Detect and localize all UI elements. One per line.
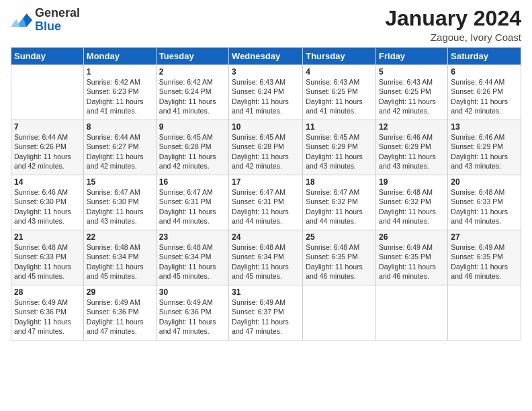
day-info: Sunrise: 6:49 AMSunset: 6:36 PMDaylight:…: [14, 298, 81, 336]
logo-blue: Blue: [35, 20, 80, 34]
day-info: Sunrise: 6:44 AMSunset: 6:26 PMDaylight:…: [14, 132, 81, 171]
calendar-cell: 17Sunrise: 6:47 AMSunset: 6:31 PMDayligh…: [229, 175, 303, 230]
day-info: Sunrise: 6:48 AMSunset: 6:34 PMDaylight:…: [159, 242, 226, 281]
calendar-cell: [11, 65, 84, 120]
day-number: 28: [14, 287, 81, 297]
day-info: Sunrise: 6:43 AMSunset: 6:24 PMDaylight:…: [232, 77, 300, 116]
col-sunday: Sunday: [11, 48, 84, 65]
day-info: Sunrise: 6:48 AMSunset: 6:35 PMDaylight:…: [306, 242, 373, 281]
calendar-cell: 31Sunrise: 6:49 AMSunset: 6:37 PMDayligh…: [229, 285, 303, 340]
calendar-cell: 15Sunrise: 6:47 AMSunset: 6:30 PMDayligh…: [83, 175, 156, 230]
day-info: Sunrise: 6:45 AMSunset: 6:28 PMDaylight:…: [232, 132, 300, 171]
calendar-cell: 13Sunrise: 6:46 AMSunset: 6:29 PMDayligh…: [448, 120, 521, 175]
location: Zagoue, Ivory Coast: [385, 32, 521, 43]
day-info: Sunrise: 6:44 AMSunset: 6:27 PMDaylight:…: [87, 132, 153, 171]
day-number: 15: [87, 177, 153, 187]
day-number: 27: [451, 232, 518, 242]
day-number: 12: [379, 122, 445, 132]
calendar-cell: 11Sunrise: 6:45 AMSunset: 6:29 PMDayligh…: [303, 120, 376, 175]
calendar-cell: 1Sunrise: 6:42 AMSunset: 6:23 PMDaylight…: [83, 65, 156, 120]
calendar-cell: 27Sunrise: 6:49 AMSunset: 6:35 PMDayligh…: [448, 230, 521, 285]
day-number: 17: [232, 177, 300, 187]
day-info: Sunrise: 6:46 AMSunset: 6:29 PMDaylight:…: [379, 132, 445, 171]
day-info: Sunrise: 6:49 AMSunset: 6:36 PMDaylight:…: [87, 298, 153, 336]
calendar-cell: 26Sunrise: 6:49 AMSunset: 6:35 PMDayligh…: [376, 230, 448, 285]
col-monday: Monday: [83, 48, 156, 65]
calendar-cell: 12Sunrise: 6:46 AMSunset: 6:29 PMDayligh…: [376, 120, 448, 175]
calendar-cell: 14Sunrise: 6:46 AMSunset: 6:30 PMDayligh…: [11, 175, 84, 230]
svg-marker-2: [11, 19, 19, 27]
day-number: 6: [451, 67, 518, 77]
calendar-week-5: 28Sunrise: 6:49 AMSunset: 6:36 PMDayligh…: [11, 285, 521, 340]
day-number: 26: [379, 232, 445, 242]
calendar-cell: 9Sunrise: 6:45 AMSunset: 6:28 PMDaylight…: [156, 120, 228, 175]
day-number: 31: [232, 287, 300, 297]
day-number: 10: [232, 122, 300, 132]
day-info: Sunrise: 6:45 AMSunset: 6:28 PMDaylight:…: [159, 132, 226, 171]
calendar-cell: [376, 285, 448, 340]
day-info: Sunrise: 6:44 AMSunset: 6:26 PMDaylight:…: [451, 77, 518, 116]
calendar-cell: 30Sunrise: 6:49 AMSunset: 6:36 PMDayligh…: [156, 285, 228, 340]
day-number: 30: [159, 287, 226, 297]
day-number: 19: [379, 177, 445, 187]
calendar-cell: 24Sunrise: 6:48 AMSunset: 6:34 PMDayligh…: [229, 230, 303, 285]
calendar-cell: 7Sunrise: 6:44 AMSunset: 6:26 PMDaylight…: [11, 120, 84, 175]
day-number: 8: [87, 122, 153, 132]
day-number: 9: [159, 122, 226, 132]
day-info: Sunrise: 6:45 AMSunset: 6:29 PMDaylight:…: [306, 132, 373, 171]
day-number: 1: [87, 67, 153, 77]
day-number: 4: [306, 67, 373, 77]
day-info: Sunrise: 6:49 AMSunset: 6:37 PMDaylight:…: [232, 298, 300, 336]
page: General Blue January 2024 Zagoue, Ivory …: [0, 0, 532, 411]
calendar-cell: 25Sunrise: 6:48 AMSunset: 6:35 PMDayligh…: [303, 230, 376, 285]
header: General Blue January 2024 Zagoue, Ivory …: [11, 7, 521, 43]
col-friday: Friday: [376, 48, 448, 65]
calendar-cell: 19Sunrise: 6:48 AMSunset: 6:32 PMDayligh…: [376, 175, 448, 230]
calendar-cell: 8Sunrise: 6:44 AMSunset: 6:27 PMDaylight…: [83, 120, 156, 175]
calendar-cell: 10Sunrise: 6:45 AMSunset: 6:28 PMDayligh…: [229, 120, 303, 175]
calendar-table: Sunday Monday Tuesday Wednesday Thursday…: [11, 47, 521, 340]
calendar-cell: 28Sunrise: 6:49 AMSunset: 6:36 PMDayligh…: [11, 285, 84, 340]
day-number: 23: [159, 232, 226, 242]
calendar-cell: 3Sunrise: 6:43 AMSunset: 6:24 PMDaylight…: [229, 65, 303, 120]
calendar-cell: 20Sunrise: 6:48 AMSunset: 6:33 PMDayligh…: [448, 175, 521, 230]
day-number: 18: [306, 177, 373, 187]
calendar-cell: 2Sunrise: 6:42 AMSunset: 6:24 PMDaylight…: [156, 65, 228, 120]
day-number: 22: [87, 232, 153, 242]
logo-general: General: [35, 7, 80, 20]
day-number: 29: [87, 287, 153, 297]
day-number: 24: [232, 232, 300, 242]
logo-icon: [11, 11, 32, 30]
day-number: 2: [159, 67, 226, 77]
day-number: 25: [306, 232, 373, 242]
title-block: January 2024 Zagoue, Ivory Coast: [385, 7, 521, 43]
day-info: Sunrise: 6:49 AMSunset: 6:36 PMDaylight:…: [159, 298, 226, 336]
day-info: Sunrise: 6:48 AMSunset: 6:32 PMDaylight:…: [379, 187, 445, 226]
calendar-cell: 23Sunrise: 6:48 AMSunset: 6:34 PMDayligh…: [156, 230, 228, 285]
calendar-header-row: Sunday Monday Tuesday Wednesday Thursday…: [11, 48, 521, 65]
day-info: Sunrise: 6:46 AMSunset: 6:30 PMDaylight:…: [14, 187, 81, 226]
calendar-week-4: 21Sunrise: 6:48 AMSunset: 6:33 PMDayligh…: [11, 230, 521, 285]
calendar-cell: [448, 285, 521, 340]
day-number: 3: [232, 67, 300, 77]
calendar-week-1: 1Sunrise: 6:42 AMSunset: 6:23 PMDaylight…: [11, 65, 521, 120]
day-info: Sunrise: 6:47 AMSunset: 6:31 PMDaylight:…: [159, 187, 226, 226]
day-info: Sunrise: 6:49 AMSunset: 6:35 PMDaylight:…: [379, 242, 445, 281]
day-number: 21: [14, 232, 81, 242]
calendar-week-3: 14Sunrise: 6:46 AMSunset: 6:30 PMDayligh…: [11, 175, 521, 230]
day-info: Sunrise: 6:47 AMSunset: 6:32 PMDaylight:…: [306, 187, 373, 226]
day-number: 20: [451, 177, 518, 187]
logo: General Blue: [11, 7, 80, 34]
calendar-cell: [303, 285, 376, 340]
col-tuesday: Tuesday: [156, 48, 228, 65]
day-number: 5: [379, 67, 445, 77]
day-info: Sunrise: 6:46 AMSunset: 6:29 PMDaylight:…: [451, 132, 518, 171]
calendar-cell: 21Sunrise: 6:48 AMSunset: 6:33 PMDayligh…: [11, 230, 84, 285]
calendar-cell: 29Sunrise: 6:49 AMSunset: 6:36 PMDayligh…: [83, 285, 156, 340]
calendar-cell: 16Sunrise: 6:47 AMSunset: 6:31 PMDayligh…: [156, 175, 228, 230]
day-info: Sunrise: 6:43 AMSunset: 6:25 PMDaylight:…: [379, 77, 445, 116]
logo-text: General Blue: [35, 7, 80, 34]
day-info: Sunrise: 6:42 AMSunset: 6:24 PMDaylight:…: [159, 77, 226, 116]
day-number: 14: [14, 177, 81, 187]
calendar-cell: 6Sunrise: 6:44 AMSunset: 6:26 PMDaylight…: [448, 65, 521, 120]
